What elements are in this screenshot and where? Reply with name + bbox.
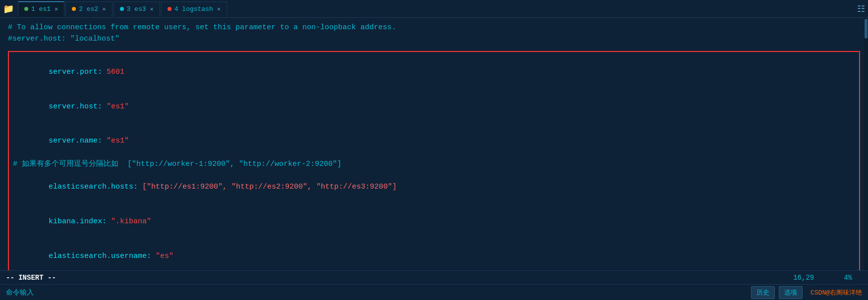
tab-es1[interactable]: 1 es1 ✕ (18, 1, 64, 16)
config-es-hosts-key: elasticsearch.hosts: (49, 183, 142, 191)
config-name-key: server.name: (49, 137, 107, 145)
folder-icon[interactable]: 📁 (3, 3, 14, 14)
config-comment-chinese: # 如果有多个可用逗号分隔比如 ["http://worker-1:9200",… (13, 158, 855, 170)
tab-logstash[interactable]: 4 logstash ✕ (161, 1, 227, 16)
tab-label-es3: 3 es3 (127, 5, 146, 13)
editor-scrollbar[interactable] (864, 18, 868, 270)
config-es-hosts: elasticsearch.hosts: ["http://es1:9200",… (13, 170, 855, 204)
tab-dot-es2 (72, 7, 76, 11)
cmd-buttons-area: 历史 选项 CSDN@右阁味洋绝 (751, 286, 862, 299)
tab-close-es1[interactable]: ✕ (55, 5, 58, 13)
command-bar: 命令输入 历史 选项 CSDN@右阁味洋绝 (0, 284, 868, 300)
tab-label-es1: 1 es1 (31, 5, 51, 13)
editor-area: # To allow connections from remote users… (0, 18, 868, 270)
config-kibana-index-val: ".kibana" (111, 217, 151, 226)
highlighted-config-box: server.port: 5601 server.host: "es1" ser… (8, 51, 860, 271)
status-insert-mode: -- INSERT -- (6, 274, 56, 282)
comment-line-1: # To allow connections from remote users… (8, 22, 860, 33)
config-kibana-index-key: kibana.index: (49, 217, 111, 226)
select-button[interactable]: 选项 (779, 286, 803, 299)
config-port-val: 5601 (107, 68, 124, 76)
config-host-val: "es1" (107, 102, 129, 111)
config-port: server.port: 5601 (13, 55, 855, 90)
tab-close-es3[interactable]: ✕ (150, 5, 154, 13)
config-port-key: server.port: (49, 68, 107, 76)
history-button[interactable]: 历史 (751, 286, 775, 299)
cmd-input-label: 命令输入 (6, 288, 34, 297)
config-host: server.host: "es1" (13, 89, 855, 124)
tab-bar: 📁 1 es1 ✕ 2 es2 ✕ 3 es3 ✕ 4 logstash ✕ ☷ (0, 0, 868, 18)
config-name-val: "es1" (107, 137, 129, 145)
config-kibana-index: kibana.index: ".kibana" (13, 204, 855, 239)
config-es-hosts-val: ["http://es1:9200", "http://es2:9200", "… (142, 183, 397, 191)
tab-es2[interactable]: 2 es2 ✕ (65, 1, 112, 16)
tab-dot-es3 (120, 7, 124, 11)
config-es-username: elasticsearch.username: "es" (13, 239, 855, 271)
status-bar: -- INSERT -- 16,29 4% (0, 270, 868, 284)
config-es-username-val: "es" (156, 252, 174, 260)
grid-icon[interactable]: ☷ (857, 3, 865, 14)
status-percent: 4% (844, 274, 852, 282)
csdn-badge: CSDN@右阁味洋绝 (810, 288, 862, 297)
tab-close-es2[interactable]: ✕ (102, 5, 106, 13)
tab-dot-es1 (24, 7, 28, 11)
scrollbar-thumb[interactable] (865, 19, 868, 39)
tab-dot-logstash (168, 7, 172, 11)
config-host-key: server.host: (49, 102, 107, 111)
config-es-username-key: elasticsearch.username: (49, 252, 156, 260)
tab-label-es2: 2 es2 (79, 5, 98, 13)
status-position: 16,29 (793, 274, 814, 282)
comment-line-2: #server.host: "localhost" (8, 33, 860, 45)
config-name: server.name: "es1" (13, 124, 855, 158)
tab-es3[interactable]: 3 es3 ✕ (114, 1, 160, 16)
tab-label-logstash: 4 logstash (174, 5, 213, 13)
tab-close-logstash[interactable]: ✕ (217, 5, 221, 13)
